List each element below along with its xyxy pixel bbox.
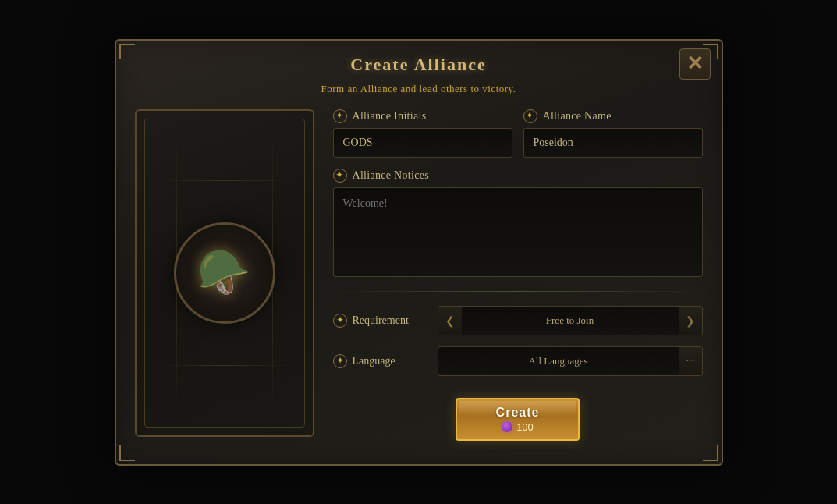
label-icon-symbol-3: ✦ [335, 169, 343, 181]
requirement-icon: ✦ [333, 314, 347, 328]
corner-accent-bl [119, 445, 135, 461]
label-icon-symbol-4: ✦ [336, 314, 344, 326]
language-dots-button[interactable]: ··· [679, 347, 702, 375]
requirement-prev-button[interactable]: ❮ [438, 307, 462, 335]
alliance-notices-icon: ✦ [333, 169, 347, 183]
field-group-name: ✦ Alliance Name [523, 109, 703, 158]
requirement-control: ❮ Free to Join ❯ [438, 306, 703, 335]
requirement-label: ✦ Requirement [333, 314, 427, 328]
alliance-initials-text: Alliance Initials [353, 110, 427, 122]
language-value: All Languages [438, 348, 679, 374]
divider [333, 291, 703, 292]
label-icon-symbol-2: ✦ [526, 110, 534, 122]
requirement-value: Free to Join [462, 307, 679, 334]
modal-title: Create Alliance [350, 55, 486, 75]
corner-accent-br [703, 445, 718, 461]
language-control: All Languages ··· [438, 346, 703, 376]
label-icon-symbol: ✦ [335, 110, 343, 122]
alliance-name-label: ✦ Alliance Name [523, 109, 703, 123]
overlay: Create Alliance ✕ Form an Alliance and l… [0, 0, 837, 504]
alliance-initials-input[interactable] [333, 128, 512, 158]
alliance-name-icon: ✦ [523, 109, 537, 123]
create-button-label: Create [496, 406, 540, 420]
card-hline-1 [157, 180, 293, 181]
requirement-next-button[interactable]: ❯ [679, 307, 702, 335]
card-hline-2 [157, 365, 293, 366]
emblem-circle: 🪖 [174, 222, 275, 324]
alliance-notices-label: ✦ Alliance Notices [333, 169, 703, 183]
emblem-icon: 🪖 [197, 247, 251, 298]
alliance-notices-textarea[interactable] [333, 187, 703, 277]
form-area: ✦ Alliance Initials ✦ Alliance Name [333, 109, 703, 441]
language-icon: ✦ [333, 354, 347, 368]
language-label: ✦ Language [333, 354, 427, 368]
cost-amount: 100 [516, 421, 534, 433]
create-alliance-modal: Create Alliance ✕ Form an Alliance and l… [115, 39, 723, 466]
emblem-card: 🪖 [135, 109, 314, 437]
create-button-area: Create 100 [333, 398, 703, 441]
alliance-notices-text: Alliance Notices [353, 169, 430, 182]
title-bar: Create Alliance ✕ [116, 41, 722, 83]
field-group-initials: ✦ Alliance Initials [333, 109, 512, 158]
alliance-name-input[interactable] [523, 128, 703, 158]
label-icon-symbol-5: ✦ [336, 355, 344, 367]
language-label-text: Language [353, 355, 395, 367]
language-row: ✦ Language All Languages ··· [333, 346, 703, 376]
modal-subtitle: Form an Alliance and lead others to vict… [116, 83, 722, 95]
requirement-row: ✦ Requirement ❮ Free to Join ❯ [333, 306, 703, 335]
form-row-names: ✦ Alliance Initials ✦ Alliance Name [333, 109, 703, 158]
requirement-label-text: Requirement [353, 314, 409, 327]
cost-gem-icon [502, 421, 512, 432]
alliance-name-text: Alliance Name [543, 110, 612, 122]
alliance-initials-icon: ✦ [333, 109, 347, 123]
create-button-cost: 100 [502, 421, 534, 433]
alliance-initials-label: ✦ Alliance Initials [333, 109, 512, 123]
close-button[interactable]: ✕ [679, 48, 711, 80]
create-button[interactable]: Create 100 [456, 398, 580, 441]
modal-body: 🪖 ✦ Alliance Initials [116, 109, 722, 441]
field-group-notices: ✦ Alliance Notices [333, 169, 703, 277]
